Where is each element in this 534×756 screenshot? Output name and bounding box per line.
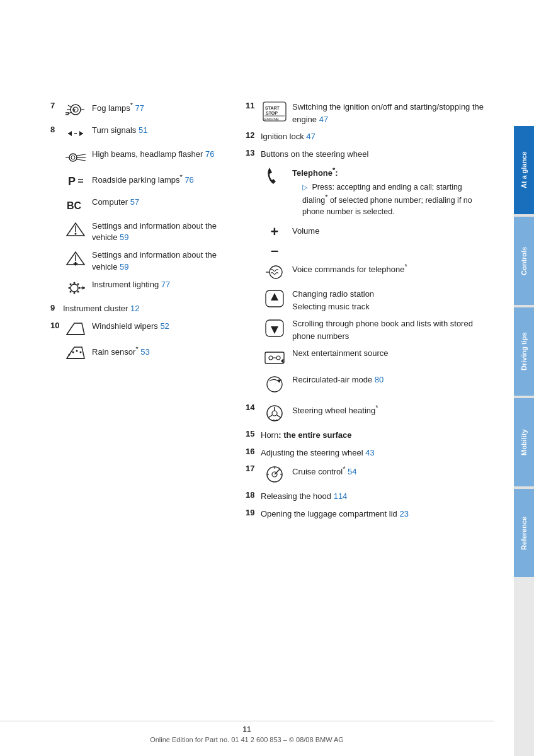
item-next-source: Next entertainment source <box>261 347 489 369</box>
item-volume-minus: – <box>261 244 489 258</box>
settings1-link[interactable]: 59 <box>120 232 128 242</box>
svg-text:ENGINE: ENGINE <box>264 117 279 121</box>
recirculated-air-link[interactable]: 80 <box>375 375 383 384</box>
bullet-arrow-icon: ▷ <box>302 183 307 191</box>
parking-lamps-text: Roadside parking lamps* 76 <box>92 173 227 186</box>
svg-point-60 <box>276 356 280 360</box>
svg-point-52 <box>270 266 282 278</box>
item-16-link[interactable]: 43 <box>365 448 374 457</box>
item-19-link[interactable]: 23 <box>399 509 408 518</box>
item-number-17: 17 <box>246 464 261 473</box>
recirculated-air-text: Recirculated-air mode 80 <box>292 374 489 386</box>
svg-marker-62 <box>281 358 283 364</box>
item-number-16: 16 <box>246 447 261 456</box>
high-beams-text: High beams, headlamp flasher 76 <box>92 149 227 160</box>
parking-lamps-link[interactable]: 76 <box>185 175 193 185</box>
svg-point-29 <box>74 282 76 284</box>
cruise-control-text: Cruise control* 54 <box>292 464 489 478</box>
item-11: 11 START STOP ENGINE Switching the ignit… <box>246 101 489 125</box>
svg-point-30 <box>74 292 76 294</box>
sidebar-mobility[interactable]: Mobility <box>514 398 534 486</box>
computer-bc-icon: BC <box>63 197 88 214</box>
item-number-11: 11 <box>246 101 261 110</box>
svg-point-28 <box>71 284 78 292</box>
svg-line-4 <box>68 105 71 107</box>
item-computer: BC Computer 57 <box>50 197 227 214</box>
item-voice-commands: Voice commands for telephone* <box>261 261 489 283</box>
item-12: 12 Ignition lock 47 <box>246 130 489 143</box>
instrument-cluster-link[interactable]: 12 <box>130 304 139 313</box>
svg-point-31 <box>69 287 71 289</box>
svg-point-45 <box>76 350 78 352</box>
telephone-text: Telephone*: ▷ Press: accepting and endin… <box>292 165 489 217</box>
phonebook-scroll-text: Scrolling through phone book and lists w… <box>292 318 489 342</box>
svg-marker-9 <box>79 131 83 136</box>
item-rain-sensor: Rain sensor* 53 <box>50 345 227 362</box>
item-number-9: 9 <box>50 303 63 312</box>
sidebar-driving-tips[interactable]: Driving tips <box>514 307 534 396</box>
fog-lamp-link[interactable]: 77 <box>135 103 144 113</box>
svg-marker-55 <box>271 293 278 301</box>
parking-lamp-icon: P <box>63 173 88 190</box>
steering-wheel-heating-text: Steering wheel heating* <box>292 403 489 417</box>
item-number-15: 15 <box>246 429 261 438</box>
right-column: 11 START STOP ENGINE Switching the ignit… <box>246 101 489 525</box>
svg-point-32 <box>79 287 81 289</box>
computer-link[interactable]: 57 <box>130 197 139 207</box>
item-number-10: 10 <box>50 321 63 330</box>
item-recirculated-air: Recirculated-air mode 80 <box>261 374 489 395</box>
item-volume-plus: + Volume <box>261 225 489 239</box>
instrument-lighting-link[interactable]: 77 <box>161 280 170 289</box>
svg-point-12 <box>71 156 75 159</box>
sidebar-controls[interactable]: Controls <box>514 217 534 305</box>
cruise-control-link[interactable]: 54 <box>348 467 356 477</box>
instrument-lighting-icon <box>63 279 88 297</box>
svg-marker-8 <box>68 131 72 136</box>
fog-lamp-text: Fog lamps* 77 <box>92 101 227 115</box>
turn-signal-link[interactable]: 51 <box>139 125 147 135</box>
item-18-link[interactable]: 114 <box>334 491 348 501</box>
svg-point-46 <box>80 351 82 353</box>
svg-line-69 <box>277 415 281 418</box>
item-11-link[interactable]: 47 <box>319 115 328 124</box>
item-12-link[interactable]: 47 <box>306 132 315 141</box>
item-number-8: 8 <box>50 125 63 134</box>
item-number-13: 13 <box>246 148 261 158</box>
item-7: 7 <box>50 101 227 118</box>
sidebar-reference[interactable]: Reference <box>514 489 534 577</box>
cruise-control-icon <box>261 464 288 485</box>
svg-point-0 <box>71 105 81 115</box>
page-footer: 11 Online Edition for Part no. 01 41 2 6… <box>0 721 494 743</box>
settings2-link[interactable]: 59 <box>120 262 128 272</box>
item-8: 8 Turn si <box>50 125 227 142</box>
rain-sensor-icon <box>63 345 88 362</box>
windshield-wipers-link[interactable]: 52 <box>160 321 169 331</box>
sidebar-spacer-bottom <box>514 577 534 756</box>
svg-text:START: START <box>265 106 280 110</box>
svg-line-68 <box>268 415 272 418</box>
instrument-lighting-text: Instrument lighting 77 <box>92 279 227 290</box>
svg-point-59 <box>269 356 273 360</box>
sidebar-at-a-glance[interactable]: At a glance <box>514 126 534 214</box>
voice-command-text: Voice commands for telephone* <box>292 261 489 276</box>
svg-marker-57 <box>271 326 278 334</box>
rain-sensor-text: Rain sensor* 53 <box>92 345 227 358</box>
left-column: 7 <box>50 101 227 525</box>
telephone-icon <box>261 165 288 189</box>
sidebar-active-marker <box>514 126 516 214</box>
svg-point-63 <box>267 377 282 392</box>
svg-point-11 <box>69 154 77 161</box>
right-sidebar: At a glance Controls Driving tips Mobili… <box>514 0 534 756</box>
item-number-7: 7 <box>50 101 63 110</box>
windshield-wiper-icon <box>63 321 88 338</box>
plus-icon: + <box>261 225 288 239</box>
radio-up-text: Changing radio stationSelecting music tr… <box>292 288 489 312</box>
high-beams-link[interactable]: 76 <box>205 149 214 159</box>
item-parking-lamps: P Roadside parking lamps* 76 <box>50 173 227 190</box>
rain-sensor-link[interactable]: 53 <box>140 347 149 357</box>
minus-icon: – <box>261 244 288 258</box>
svg-point-34 <box>77 290 79 292</box>
turn-signal-text: Turn signals 51 <box>92 125 227 136</box>
item-16: 16 Adjusting the steering wheel 43 <box>246 447 489 459</box>
turn-signal-icon <box>63 125 88 142</box>
